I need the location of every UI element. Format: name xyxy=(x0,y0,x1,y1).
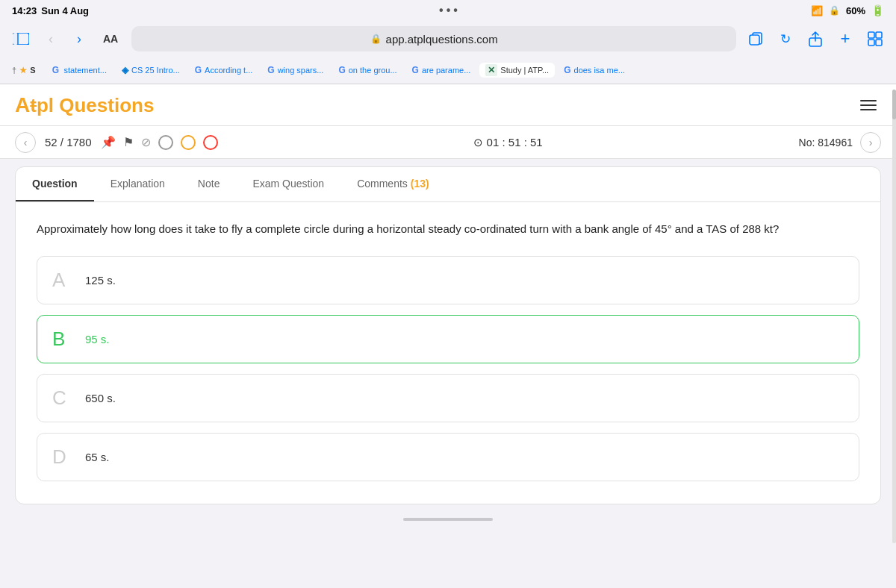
scroll-track xyxy=(892,90,896,543)
lock-icon: 🔒 xyxy=(370,34,382,44)
flag-icon[interactable]: ⚑ xyxy=(123,135,134,149)
question-icons: 📌 ⚑ ⊘ xyxy=(101,135,218,150)
edge-favicon: ◈ xyxy=(122,65,128,75)
tab-according-label: According t... xyxy=(205,66,252,75)
svg-rect-5 xyxy=(868,32,874,38)
battery-icon: 🔋 xyxy=(871,4,884,16)
status-bar: 14:23 Sun 4 Aug ••• 📶 🔒 60% 🔋 xyxy=(0,0,896,21)
answer-text-d: 65 s. xyxy=(85,451,110,463)
tab-switcher-button[interactable] xyxy=(744,27,768,51)
back-button[interactable]: ‹ xyxy=(40,28,61,49)
block-icon[interactable]: ⊘ xyxy=(141,135,151,149)
tab-doesisame[interactable]: G does isa me... xyxy=(558,63,631,77)
tab-cs25[interactable]: ◈ CS 25 Intro... xyxy=(116,63,186,77)
tab-areparame-label: are parame... xyxy=(422,66,470,75)
text-size-button[interactable]: AA xyxy=(97,33,124,45)
timer-display: ⊙ 01 : 51 : 51 xyxy=(473,136,542,148)
battery-pct: 60% xyxy=(846,5,865,16)
google-favicon-5: G xyxy=(412,65,419,75)
forward-button[interactable]: › xyxy=(69,28,90,49)
lock-icon: 🔒 xyxy=(829,5,840,16)
home-indicator xyxy=(403,518,493,521)
tab-statement[interactable]: G statement... xyxy=(44,63,112,77)
pin-question-icon[interactable]: 📌 xyxy=(101,135,116,149)
question-text: Approximately how long does it take to f… xyxy=(37,220,859,238)
main-content-card: Question Explanation Note Exam Question … xyxy=(15,166,881,504)
new-tab-button[interactable]: + xyxy=(833,27,857,51)
tab-explanation[interactable]: Explanation xyxy=(94,167,181,201)
google-favicon-2: G xyxy=(195,65,202,75)
svg-rect-8 xyxy=(876,40,882,46)
toolbar-actions: ↻ + xyxy=(744,27,887,51)
next-question-button[interactable]: › xyxy=(860,132,881,153)
hamburger-menu[interactable] xyxy=(856,96,881,115)
google-favicon-6: G xyxy=(564,65,570,75)
url-text: app.atplquestions.com xyxy=(386,33,498,46)
answer-option-c[interactable]: C 650 s. xyxy=(37,374,859,422)
tab-pinned[interactable]: † ★ S xyxy=(6,64,41,77)
excel-favicon: ✕ xyxy=(485,64,497,76)
answer-text-c: 650 s. xyxy=(85,392,116,404)
date: Sun 4 Aug xyxy=(41,5,89,16)
nav-right: No: 814961 › xyxy=(799,132,881,153)
answer-option-b[interactable]: B 95 s. xyxy=(37,315,859,363)
google-favicon-4: G xyxy=(338,65,345,75)
scroll-thumb xyxy=(892,90,896,119)
google-favicon: G xyxy=(50,65,60,75)
pin-icon: † xyxy=(12,66,16,75)
tab-studyatp[interactable]: ✕ Study | ATP... xyxy=(479,63,555,78)
browser-toolbar: ‹ › AA 🔒 app.atplquestions.com ↻ xyxy=(0,21,896,57)
browser-dots: ••• xyxy=(439,4,461,17)
svg-rect-3 xyxy=(750,35,759,45)
sidebar-button[interactable] xyxy=(9,27,33,51)
tab-studyatp-label: Study | ATP... xyxy=(500,66,549,75)
tabs-button[interactable] xyxy=(863,27,887,51)
tab-statement-label: statement... xyxy=(63,66,106,75)
tab-wingspars[interactable]: G wing spars... xyxy=(261,63,329,77)
comments-badge: (13) xyxy=(411,178,429,190)
circle-yellow-icon[interactable] xyxy=(181,135,196,150)
tab-areparame[interactable]: G are parame... xyxy=(406,63,477,77)
tab-question[interactable]: Question xyxy=(16,167,94,201)
svg-rect-7 xyxy=(868,40,874,46)
answer-option-d[interactable]: D 65 s. xyxy=(37,433,859,481)
logo-rest: pl Questions xyxy=(37,94,154,116)
circle-gray-icon[interactable] xyxy=(158,135,173,150)
bottom-handle-container xyxy=(0,512,896,527)
answer-option-a[interactable]: A 125 s. xyxy=(37,256,859,304)
answer-letter-d: D xyxy=(52,445,73,469)
hamburger-line-1 xyxy=(860,100,877,101)
tab-exam-question[interactable]: Exam Question xyxy=(236,167,340,201)
app-header: Atpl Questions xyxy=(0,84,896,126)
tab-wingspars-label: wing spars... xyxy=(278,66,324,75)
svg-rect-6 xyxy=(876,32,882,38)
nav-center: ⊙ 01 : 51 : 51 xyxy=(473,136,542,149)
wifi-icon: 📶 xyxy=(811,5,823,16)
tab-onthegrou[interactable]: G on the grou... xyxy=(332,63,402,77)
svg-rect-1 xyxy=(13,33,18,45)
nav-left: ‹ 52 / 1780 📌 ⚑ ⊘ xyxy=(15,132,218,153)
question-nav-bar: ‹ 52 / 1780 📌 ⚑ ⊘ ⊙ 01 : 51 : 51 No: 814… xyxy=(0,126,896,159)
tab-favicon: ★ xyxy=(19,66,27,75)
question-counter: 52 / 1780 xyxy=(45,136,92,148)
content-tabs: Question Explanation Note Exam Question … xyxy=(16,167,880,202)
time: 14:23 xyxy=(12,5,37,16)
question-number: No: 814961 xyxy=(799,137,853,148)
tab-note[interactable]: Note xyxy=(181,167,237,201)
browser-tabs: † ★ S G statement... ◈ CS 25 Intro... G … xyxy=(0,57,896,84)
tab-according[interactable]: G According t... xyxy=(189,63,259,77)
google-favicon-3: G xyxy=(267,65,274,75)
share-button[interactable] xyxy=(803,27,827,51)
prev-question-button[interactable]: ‹ xyxy=(15,132,36,153)
answer-letter-c: C xyxy=(52,387,73,410)
address-bar[interactable]: 🔒 app.atplquestions.com xyxy=(131,26,736,51)
hamburger-line-2 xyxy=(860,104,877,106)
tab-cs25-label: CS 25 Intro... xyxy=(131,66,180,75)
logo-a: A xyxy=(15,93,30,116)
tab-doesisame-label: does isa me... xyxy=(574,66,625,75)
refresh-button[interactable]: ↻ xyxy=(774,27,797,51)
logo-strikethrough: t xyxy=(30,94,37,116)
circle-red-icon[interactable] xyxy=(203,135,218,150)
tab-comments[interactable]: Comments (13) xyxy=(340,167,445,201)
app-logo: Atpl Questions xyxy=(15,93,154,117)
